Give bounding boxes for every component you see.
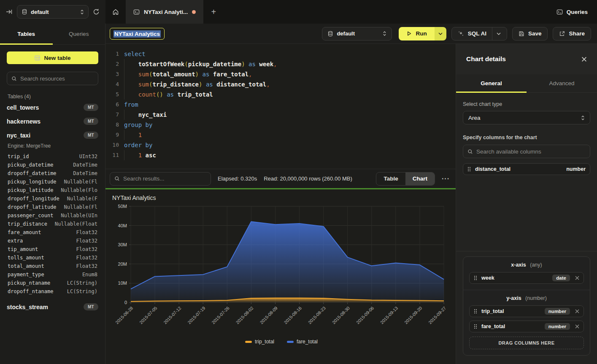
column-chip[interactable]: trip_totalnumber (469, 305, 584, 317)
svg-text:20M: 20M (118, 262, 127, 267)
main-area: TablesQueries New table Tables (4) cell_… (0, 24, 597, 364)
view-tab-chart[interactable]: Chart (405, 173, 435, 185)
code-line[interactable]: 8group by (111, 120, 456, 130)
table-item[interactable]: cell_towersMT (7, 100, 98, 114)
results-search[interactable] (110, 172, 211, 186)
sidebar-collapse-icon[interactable] (6, 8, 13, 15)
database-selector[interactable]: default (17, 5, 89, 19)
results-search-input[interactable] (123, 175, 206, 182)
details-tab-general[interactable]: General (456, 74, 527, 92)
drag-handle-icon[interactable] (467, 167, 471, 172)
column-item[interactable]: pickup_datetimeDateTime (8, 161, 97, 169)
column-type: Float32 (76, 246, 97, 252)
tables-list: cell_towersMThackernewsMTnyc_taxiMTEngin… (0, 100, 105, 364)
column-type: Nullable(Flo (61, 187, 97, 193)
area-chart[interactable]: 010M20M30M40M50M2015-06-282015-07-052015… (109, 202, 454, 338)
elapsed-stat: Elapsed: 0.320s (218, 175, 257, 182)
chip-name: distance_total (475, 166, 562, 172)
column-item[interactable]: dropoff_ntanameLC(String) (8, 287, 97, 296)
legend-item[interactable]: fare_total (287, 339, 318, 345)
svg-text:2015-06-28: 2015-06-28 (114, 305, 134, 325)
drag-handle-icon[interactable] (474, 309, 477, 314)
queries-button[interactable]: Queries (556, 9, 588, 15)
column-item[interactable]: dropoff_longitudeNullable(F (8, 194, 97, 203)
column-item[interactable]: pickup_longitudeNullable(Fl (8, 178, 97, 186)
sql-editor[interactable]: 1select2 toStartOfWeek(pickup_datetime) … (105, 44, 456, 169)
column-type: Nullable(F (67, 196, 97, 202)
sidebar-tab-tables[interactable]: Tables (0, 24, 53, 44)
query-tab[interactable]: NYTaxi Analyti... (126, 0, 203, 24)
column-item[interactable]: total_amountFloat32 (8, 262, 97, 270)
svg-text:2015-07-12: 2015-07-12 (162, 305, 182, 325)
column-chip[interactable]: weekdate (469, 272, 584, 284)
sidebar-tab-queries[interactable]: Queries (53, 24, 105, 44)
view-tab-table[interactable]: Table (376, 173, 405, 185)
code-line[interactable]: 3 sum(total_amount) as fare_total, (111, 69, 456, 79)
column-item[interactable]: passenger_countNullable(UIn (8, 211, 97, 220)
new-table-label: New table (44, 55, 70, 61)
svg-text:2015-07-05: 2015-07-05 (138, 305, 158, 325)
drag-handle-icon[interactable] (474, 324, 477, 329)
column-item[interactable]: pickup_ntanameLC(String) (8, 279, 97, 287)
svg-text:2015-09-20: 2015-09-20 (403, 305, 423, 325)
code-line[interactable]: 5 count() as trip_total (111, 89, 456, 100)
details-tab-advanced[interactable]: Advanced (527, 74, 597, 92)
svg-text:30M: 30M (118, 242, 127, 247)
code-line[interactable]: 4 sum(trip_distance) as distance_total, (111, 79, 456, 89)
chart-type-select[interactable]: Area (463, 111, 590, 124)
column-item[interactable]: dropoff_latitudeNullable(Fl (8, 203, 97, 211)
drop-zone[interactable]: DRAG COLUMNS HERE (469, 337, 584, 349)
column-item[interactable]: pickup_latitudeNullable(Flo (8, 186, 97, 194)
code-line[interactable]: 10order by (111, 140, 456, 150)
sidebar-search[interactable] (7, 72, 98, 85)
run-options-button[interactable] (435, 27, 446, 40)
remove-icon[interactable] (575, 309, 579, 313)
column-name: passenger_count (8, 213, 53, 218)
column-item[interactable]: tolls_amountFloat32 (8, 253, 97, 262)
column-chip[interactable]: fare_totalnumber (469, 321, 584, 332)
home-tab[interactable] (105, 0, 126, 24)
column-item[interactable]: fare_amountFloat32 (8, 228, 97, 237)
chart-type-value: Area (468, 115, 481, 121)
remove-icon[interactable] (575, 276, 579, 280)
columns-search-input[interactable] (476, 148, 586, 155)
app-root: default NYTaxi Analyti... (0, 0, 597, 364)
table-item[interactable]: stocks_streamMT (7, 300, 98, 314)
sql-ai-button[interactable]: SQL AI (451, 27, 507, 40)
new-tab-button[interactable]: + (203, 0, 224, 24)
close-icon[interactable] (581, 57, 587, 62)
share-button[interactable]: Share (553, 27, 591, 40)
column-item[interactable]: payment_typeEnum8 (8, 270, 97, 279)
new-table-button[interactable]: New table (7, 51, 98, 64)
table-item[interactable]: hackernewsMT (7, 114, 98, 128)
database-icon (327, 31, 333, 37)
column-item[interactable]: tip_amountFloat32 (8, 245, 97, 253)
column-item[interactable]: dropoff_datetimeDateTime (8, 169, 97, 178)
column-item[interactable]: extraFloat32 (8, 237, 97, 245)
more-options-icon[interactable]: ··· (442, 175, 450, 183)
run-button[interactable]: Run (399, 27, 434, 40)
code-line[interactable]: 1select (111, 49, 456, 59)
legend-item[interactable]: trip_total (245, 339, 274, 345)
columns-search[interactable] (463, 145, 590, 158)
sidebar-search-input[interactable] (20, 75, 94, 82)
refresh-icon[interactable] (93, 8, 100, 15)
remove-icon[interactable] (575, 324, 579, 329)
legend-swatch (245, 341, 252, 343)
query-title-input[interactable]: NYTaxi Analytics (110, 28, 165, 40)
drag-handle-icon[interactable] (474, 275, 477, 280)
table-item[interactable]: nyc_taxiMT (7, 128, 98, 142)
code-line[interactable]: 7 nyc_taxi (111, 110, 456, 120)
tables-section-label: Tables (4) (8, 94, 97, 100)
column-item[interactable]: trip_idUInt32 (8, 152, 97, 161)
column-item[interactable]: trip_distanceNullable(Float (8, 220, 97, 228)
code-line[interactable]: 6from (111, 100, 456, 110)
save-button[interactable]: Save (512, 27, 548, 40)
sql-ai-dropdown[interactable] (492, 27, 501, 40)
column-name: pickup_datetime (8, 162, 53, 168)
code-line[interactable]: 11 1 asc (111, 150, 456, 160)
code-line[interactable]: 9 1 (111, 130, 456, 140)
code-line[interactable]: 2 toStartOfWeek(pickup_datetime) as week… (111, 59, 456, 69)
column-chip[interactable]: distance_totalnumber (463, 163, 590, 175)
toolbar-database-selector[interactable]: default (322, 27, 392, 40)
